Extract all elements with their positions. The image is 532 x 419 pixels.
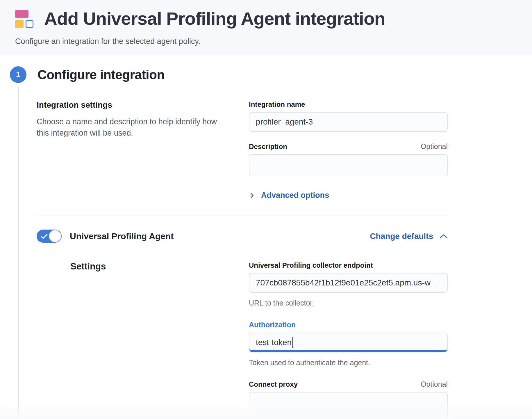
agent-toggle-label: Universal Profiling Agent	[70, 231, 174, 241]
chevron-right-icon	[249, 192, 255, 199]
advanced-options-toggle[interactable]: Advanced options	[249, 191, 329, 200]
advanced-options-label: Advanced options	[261, 191, 329, 200]
description-input[interactable]	[249, 154, 448, 176]
description-optional-tag: Optional	[421, 142, 448, 151]
collector-endpoint-input[interactable]	[249, 273, 448, 293]
step-number-badge: 1	[10, 66, 26, 83]
universal-profiling-agent-toggle[interactable]	[37, 230, 62, 243]
text-cursor	[292, 337, 293, 348]
connect-proxy-input[interactable]	[249, 392, 448, 419]
step-header: 1 Configure integration	[10, 66, 532, 83]
configure-integration-content: Integration settings Choose a name and d…	[37, 100, 448, 419]
authorization-help: Token used to authenticate the agent.	[249, 358, 448, 368]
logo-pink-block	[15, 10, 28, 18]
integration-settings-description: Choose a name and description to help id…	[37, 116, 227, 139]
section-divider	[37, 216, 448, 216]
authorization-input[interactable]	[249, 333, 448, 352]
settings-heading: Settings	[37, 261, 249, 272]
integration-name-input[interactable]	[249, 112, 448, 132]
integration-settings-heading: Integration settings	[37, 100, 249, 110]
integration-name-label: Integration name	[249, 100, 305, 108]
collector-endpoint-help: URL to the collector.	[249, 298, 448, 308]
description-label: Description	[249, 143, 287, 151]
check-icon	[40, 233, 48, 239]
toggle-knob	[49, 230, 61, 242]
agent-toggle-row: Universal Profiling Agent Change default…	[37, 230, 448, 243]
integration-logo-icon	[15, 9, 34, 28]
step-connector-line	[18, 87, 19, 419]
connect-proxy-label: Connect proxy	[249, 380, 298, 388]
page-title: Add Universal Profiling Agent integratio…	[44, 8, 385, 29]
authorization-label[interactable]: Authorization	[249, 321, 296, 329]
chevron-up-icon	[440, 234, 448, 239]
change-defaults-label: Change defaults	[370, 232, 433, 241]
logo-blue-block	[26, 20, 33, 28]
logo-yellow-block	[15, 20, 24, 28]
agent-settings-section: Settings Universal Profiling collector e…	[37, 261, 448, 419]
collector-endpoint-label: Universal Profiling collector endpoint	[249, 261, 373, 269]
connect-proxy-optional-tag: Optional	[421, 380, 448, 388]
page-subtitle: Configure an integration for the selecte…	[15, 37, 517, 46]
change-defaults-toggle[interactable]: Change defaults	[370, 232, 448, 241]
integration-settings-section: Integration settings Choose a name and d…	[37, 100, 448, 200]
page-header: Add Universal Profiling Agent integratio…	[0, 0, 532, 55]
step-title: Configure integration	[38, 68, 165, 82]
